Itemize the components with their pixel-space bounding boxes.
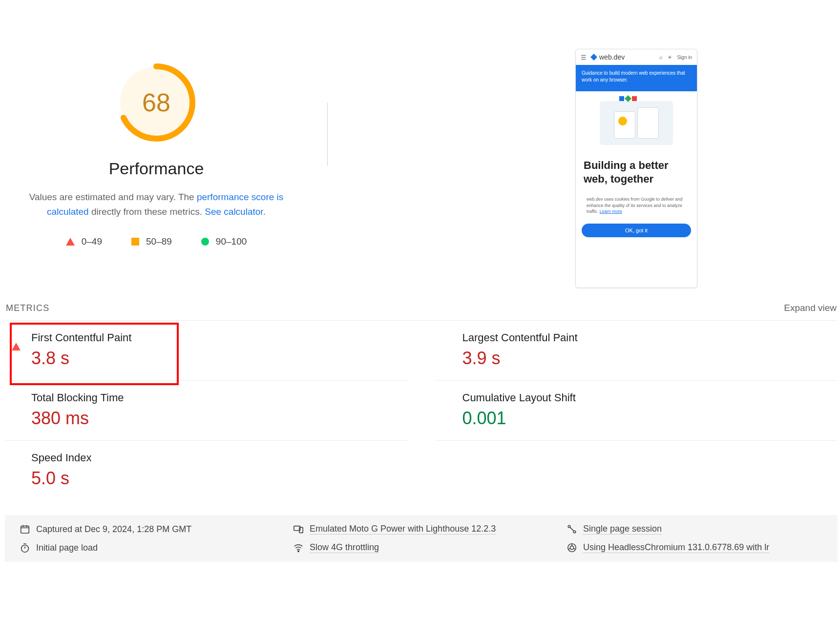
metrics-header: METRICS Expand view — [5, 303, 838, 320]
legend-avg: 50–89 — [131, 236, 172, 247]
preview-banner: Guidance to build modern web experiences… — [576, 65, 697, 91]
metric-label: Speed Index — [31, 452, 92, 464]
search-icon: ⌕ — [659, 54, 663, 61]
metric-fcp[interactable]: First Contentful Paint 3.8 s — [5, 321, 407, 381]
legend-good: 90–100 — [201, 236, 247, 247]
captured-at: Captured at Dec 9, 2024, 1:28 PM GMT — [20, 524, 293, 535]
metric-label: Largest Contentful Paint — [462, 331, 578, 344]
page-thumbnail: ☰ web.dev ⌕ ☀ Sign in Guidance to build … — [575, 49, 697, 288]
metric-label: First Contentful Paint — [31, 331, 131, 344]
score-gauge: 68 — [117, 63, 195, 142]
menu-icon: ☰ — [581, 54, 587, 61]
metric-value: 3.8 s — [31, 348, 131, 369]
metric-value: 5.0 s — [31, 468, 92, 489]
square-icon — [131, 238, 139, 246]
cookie-learn-more: Learn more — [600, 209, 622, 214]
session-type[interactable]: Single page session — [567, 524, 823, 535]
metric-value: 0.001 — [462, 408, 576, 429]
environment-footer: Captured at Dec 9, 2024, 1:28 PM GMT Emu… — [5, 515, 838, 562]
triangle-icon — [66, 238, 75, 246]
network-icon — [293, 542, 304, 553]
browser-info[interactable]: Using HeadlessChromium 131.0.6778.69 wit… — [567, 542, 823, 553]
metric-label: Cumulative Layout Shift — [462, 391, 576, 404]
score-legend: 0–49 50–89 90–100 — [66, 236, 247, 247]
calendar-icon — [20, 524, 30, 535]
preview-headline: Building a better web, together — [576, 155, 697, 187]
preview-cookie-notice: web.dev uses cookies from Google to deli… — [582, 192, 691, 219]
metric-value: 3.9 s — [462, 348, 578, 369]
expand-view-toggle[interactable]: Expand view — [784, 303, 837, 313]
svg-point-8 — [298, 551, 299, 552]
stopwatch-icon — [20, 542, 30, 553]
preview-ok-button: OK, got it — [582, 224, 691, 237]
svg-point-5 — [568, 525, 570, 528]
preview-header: ☰ web.dev ⌕ ☀ Sign in — [576, 49, 697, 65]
legend-bad: 0–49 — [66, 236, 102, 247]
devices-icon — [293, 524, 304, 535]
theme-icon: ☀ — [668, 55, 672, 60]
load-type: Initial page load — [20, 542, 293, 553]
emulated-device[interactable]: Emulated Moto G Power with Lighthouse 12… — [293, 524, 567, 535]
metric-cls[interactable]: Cumulative Layout Shift 0.001 — [436, 381, 838, 441]
see-calculator-link[interactable]: See calculator — [205, 206, 263, 217]
metric-value: 380 ms — [31, 408, 124, 429]
screenshot-preview: ☰ web.dev ⌕ ☀ Sign in Guidance to build … — [347, 5, 838, 288]
signin-text: Sign in — [677, 55, 692, 60]
metric-tbt[interactable]: Total Blocking Time 380 ms — [5, 381, 407, 441]
preview-header-right: ⌕ ☀ Sign in — [659, 54, 692, 61]
svg-point-10 — [570, 546, 573, 549]
metrics-title: METRICS — [6, 303, 49, 313]
divider — [327, 103, 328, 166]
metrics-grid: First Contentful Paint 3.8 s Largest Con… — [5, 320, 838, 500]
session-icon — [567, 524, 577, 535]
network-throttling[interactable]: Slow 4G throttling — [293, 542, 567, 553]
score-value: 68 — [117, 63, 195, 142]
score-title: Performance — [109, 159, 204, 178]
circle-icon — [201, 238, 209, 246]
svg-rect-2 — [21, 526, 29, 534]
logo-icon — [590, 54, 597, 61]
performance-gauge-section: 68 Performance Values are estimated and … — [5, 5, 308, 247]
summary-row: 68 Performance Values are estimated and … — [5, 5, 838, 288]
preview-illustration — [576, 91, 697, 155]
metric-si[interactable]: Speed Index 5.0 s — [5, 441, 407, 500]
svg-point-6 — [573, 531, 576, 533]
metric-label: Total Blocking Time — [31, 391, 124, 404]
chrome-icon — [567, 542, 577, 553]
metric-lcp[interactable]: Largest Contentful Paint 3.9 s — [436, 321, 838, 381]
triangle-icon — [12, 334, 21, 350]
score-description: Values are estimated and may vary. The p… — [20, 190, 293, 220]
site-logo: web.dev — [590, 53, 625, 61]
